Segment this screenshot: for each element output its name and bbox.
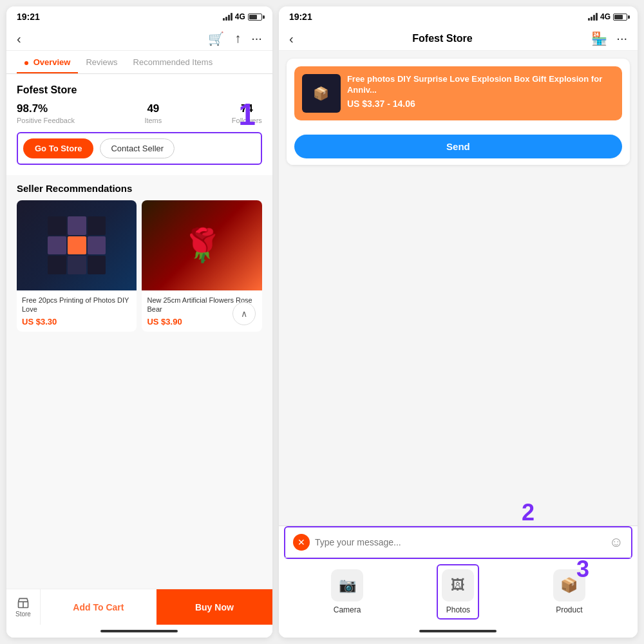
store-actions-container: 1 Go To Store Contact Seller (17, 132, 262, 165)
contact-seller-button[interactable]: Contact Seller (100, 138, 175, 158)
camera-icon: 📷 (331, 569, 363, 601)
left-network: 4G (235, 12, 245, 21)
right-network: 4G (600, 12, 611, 21)
product-info-1: Free 20pcs Printing of Photos DIY Love U… (17, 290, 137, 332)
number-3-badge: 3 (576, 556, 589, 583)
tab-reviews[interactable]: Reviews (78, 51, 125, 73)
items-value: 49 (144, 102, 162, 115)
items-stat: 49 Items (144, 102, 162, 124)
product-title-1: Free 20pcs Printing of Photos DIY Love (22, 296, 131, 314)
store-icon[interactable]: 🏪 (591, 31, 607, 46)
right-status-icons: 4G (588, 12, 627, 21)
promo-title: Free photos DIY Surprise Love Explosion … (347, 74, 614, 96)
number-2-badge: 2 (522, 499, 535, 526)
go-to-store-button[interactable]: Go To Store (23, 138, 93, 158)
store-stats: 98.7% Positive Feedback 49 Items 74 Foll… (17, 102, 262, 124)
camera-option[interactable]: 📷 Camera (331, 569, 363, 614)
bottom-nav: Store Add To Cart Buy Now (6, 589, 272, 638)
promo-card-wrapper: 📦 Free photos DIY Surprise Love Explosio… (287, 59, 630, 165)
store-nav-button[interactable]: Store (6, 589, 40, 625)
left-time: 19:21 (17, 12, 40, 22)
highlight-box-2: ✕ ☺ (284, 526, 632, 559)
product-card-2[interactable]: 🌹 New 25cm Artificial Flowers Rose Bear … (142, 200, 261, 332)
explosion-box-graphic (48, 216, 106, 274)
right-nav-bar: ‹ Fofest Store 🏪 ··· (279, 27, 638, 51)
nav-right-icons: 🛒 ↑ ··· (208, 31, 262, 46)
right-battery-icon (613, 14, 627, 21)
positive-feedback-stat: 98.7% Positive Feedback (17, 102, 75, 124)
product-grid: Free 20pcs Printing of Photos DIY Love U… (17, 200, 262, 332)
product-card-1[interactable]: Free 20pcs Printing of Photos DIY Love U… (17, 200, 137, 332)
product-image-2: 🌹 (142, 200, 261, 290)
media-options: 3 📷 Camera 🖼 Photos 📦 Product (279, 559, 638, 625)
promo-price: US $3.37 - 14.06 (347, 99, 614, 109)
right-nav-icons: 🏪 ··· (591, 31, 627, 46)
items-label: Items (144, 117, 162, 124)
emoji-button[interactable]: ☺ (609, 534, 623, 551)
message-input-area: 2 ✕ ☺ 3 📷 Camera 🖼 Pho (279, 526, 638, 638)
message-row: ✕ ☺ (285, 527, 631, 558)
right-status-bar: 19:21 4G (279, 6, 638, 27)
scroll-up-button[interactable]: ∧ (232, 302, 256, 325)
send-button-wrapper: Send (287, 128, 630, 165)
chat-area (279, 173, 638, 526)
store-action-buttons: Go To Store Contact Seller (23, 138, 256, 158)
right-time: 19:21 (289, 12, 312, 22)
recommendations-section: Seller Recommendations (6, 175, 272, 589)
store-name: Fofest Store (17, 84, 262, 96)
positive-feedback-value: 98.7% (17, 102, 75, 115)
promo-info: Free photos DIY Surprise Love Explosion … (347, 74, 614, 109)
add-to-cart-button[interactable]: Add To Cart (40, 589, 156, 625)
tab-overview[interactable]: Overview (17, 51, 78, 73)
promo-card: 📦 Free photos DIY Surprise Love Explosio… (294, 66, 622, 120)
right-signal-icon (588, 13, 598, 21)
left-panel: 19:21 4G ‹ 🛒 ↑ ··· Overview (6, 6, 272, 638)
active-tab-dot (24, 61, 28, 65)
photos-label: Photos (446, 605, 470, 614)
store-nav-icon (17, 596, 30, 609)
close-attachment-button[interactable]: ✕ (293, 534, 310, 551)
signal-icon (223, 13, 232, 21)
right-nav-title: Fofest Store (412, 33, 472, 44)
recommendations-title: Seller Recommendations (17, 183, 262, 194)
photos-option[interactable]: 🖼 Photos (442, 569, 474, 614)
product-price-1: US $3.30 (22, 317, 131, 327)
back-icon[interactable]: ‹ (17, 32, 21, 46)
share-icon[interactable]: ↑ (234, 31, 241, 46)
send-button[interactable]: Send (294, 135, 622, 158)
right-home-indicator (279, 625, 638, 638)
product-label: Product (556, 605, 582, 614)
right-more-icon[interactable]: ··· (616, 31, 627, 46)
message-input[interactable] (315, 537, 604, 547)
buy-now-button[interactable]: Buy Now (156, 589, 272, 625)
cart-icon[interactable]: 🛒 (208, 31, 224, 46)
camera-label: Camera (334, 605, 361, 614)
positive-feedback-label: Positive Feedback (17, 117, 75, 124)
left-status-bar: 19:21 4G (6, 6, 272, 27)
more-icon[interactable]: ··· (251, 31, 262, 46)
tab-bar: Overview Reviews Recommended Items (6, 51, 272, 74)
highlight-2-container: 2 ✕ ☺ (279, 526, 638, 559)
left-nav-bar: ‹ 🛒 ↑ ··· (6, 27, 272, 51)
photos-icon: 🖼 (442, 569, 474, 601)
right-back-icon[interactable]: ‹ (289, 32, 294, 46)
highlight-box-1: Go To Store Contact Seller (17, 132, 262, 165)
home-indicator (6, 625, 272, 638)
right-panel: 19:21 4G ‹ Fofest Store 🏪 ··· 📦 F (279, 6, 638, 638)
left-battery-icon (248, 14, 262, 21)
promo-product-image: 📦 (302, 74, 341, 113)
left-status-icons: 4G (223, 12, 262, 21)
bottom-action-bar: Store Add To Cart Buy Now (6, 589, 272, 625)
store-section: Fofest Store 98.7% Positive Feedback 49 … (6, 74, 272, 175)
number-1-badge: 1 (238, 97, 256, 132)
product-image-1 (17, 200, 137, 290)
tab-recommended[interactable]: Recommended Items (126, 51, 221, 73)
